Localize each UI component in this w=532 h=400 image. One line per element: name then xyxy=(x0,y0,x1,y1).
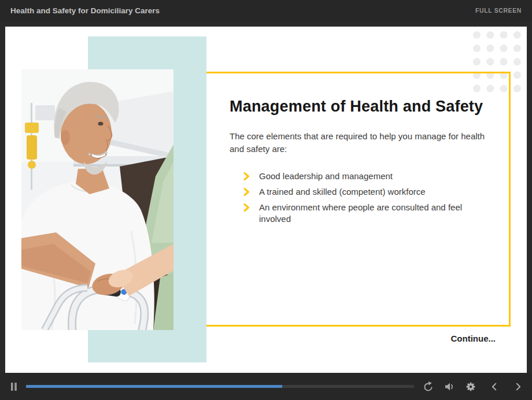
pause-icon xyxy=(8,380,20,393)
patient-photo-illustration xyxy=(21,69,173,330)
course-title: Health and Safety for Domiciliary Carers xyxy=(10,6,160,15)
progress-bar[interactable] xyxy=(26,385,414,388)
bullet-item: An environment where people are consulte… xyxy=(243,202,488,225)
previous-chevron-icon xyxy=(489,381,500,392)
bullet-text: An environment where people are consulte… xyxy=(259,202,466,225)
next-button[interactable] xyxy=(511,380,525,393)
settings-gear-icon xyxy=(465,381,476,392)
volume-icon xyxy=(444,381,455,392)
content-box: Management of Health and Safety The core… xyxy=(206,72,511,327)
player-bar xyxy=(0,373,532,400)
bullet-chevron-icon xyxy=(243,186,259,199)
top-bar: Health and Safety for Domiciliary Carers… xyxy=(0,0,532,21)
course-player-window: Health and Safety for Domiciliary Carers… xyxy=(0,0,532,400)
patient-photo xyxy=(21,69,173,330)
settings-button[interactable] xyxy=(464,380,478,393)
volume-button[interactable] xyxy=(442,380,456,393)
replay-icon xyxy=(423,381,434,392)
next-chevron-icon xyxy=(513,381,523,392)
fullscreen-button[interactable]: FULL SCREEN xyxy=(472,6,525,14)
bullet-list: Good leadership and management A trained… xyxy=(230,171,488,225)
slide-title: Management of Health and Safety xyxy=(230,98,488,116)
replay-button[interactable] xyxy=(421,380,435,393)
bullet-chevron-icon xyxy=(243,171,259,183)
player-controls xyxy=(413,380,525,393)
previous-button[interactable] xyxy=(487,380,501,393)
bullet-item: Good leadership and management xyxy=(243,171,488,183)
slide-canvas: Management of Health and Safety The core… xyxy=(5,27,527,373)
progress-fill xyxy=(26,385,282,388)
bullet-text: A trained and skilled (competent) workfo… xyxy=(259,186,426,199)
bullet-item: A trained and skilled (competent) workfo… xyxy=(243,186,488,199)
pause-button[interactable] xyxy=(8,380,20,393)
continue-button[interactable]: Continue... xyxy=(448,333,500,344)
bullet-chevron-icon xyxy=(243,202,259,225)
bullet-text: Good leadership and management xyxy=(259,171,393,183)
intro-text: The core elements that are required to h… xyxy=(230,130,489,155)
